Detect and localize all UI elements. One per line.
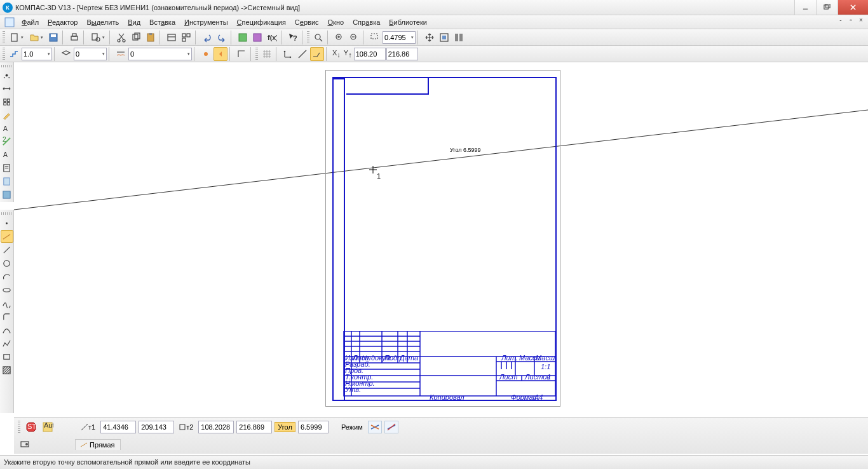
parametric-icon[interactable]: A	[1, 122, 13, 135]
point2-x-input[interactable]	[198, 421, 234, 433]
zoom-fit-button[interactable]	[437, 31, 451, 44]
arc-tool-icon[interactable]	[1, 270, 13, 283]
rect-tool-icon[interactable]	[1, 350, 13, 363]
help-cursor-button[interactable]: ?	[286, 31, 300, 44]
dimensions-icon[interactable]	[1, 83, 13, 95]
menu-view[interactable]: Вид	[124, 17, 144, 27]
preview-button[interactable]	[88, 31, 107, 44]
fx-button[interactable]: f(x)	[265, 31, 279, 44]
zoom-window-button[interactable]	[311, 31, 325, 44]
paste-button[interactable]	[144, 31, 158, 44]
report-icon[interactable]	[1, 175, 13, 187]
menu-file[interactable]: ФФайлайл	[18, 17, 43, 27]
menu-insert[interactable]: Вставка	[146, 17, 179, 27]
layer-icon-button[interactable]	[59, 47, 73, 61]
refresh-button[interactable]	[452, 31, 466, 44]
zoom-area-button[interactable]	[368, 31, 382, 44]
tab-line[interactable]: Прямая	[75, 439, 121, 450]
point1-y-input[interactable]	[139, 421, 174, 433]
measure-icon[interactable]: 2	[1, 135, 13, 148]
panel-toggle-icon[interactable]	[18, 437, 32, 451]
point2-y-input[interactable]	[236, 421, 272, 433]
mdi-restore-icon[interactable]: ▫	[846, 17, 855, 25]
print-button[interactable]	[67, 31, 81, 44]
views-icon[interactable]	[1, 188, 13, 201]
spline-tool-icon[interactable]	[1, 297, 13, 309]
segment-tool-icon[interactable]	[1, 243, 13, 256]
zoom-in-button[interactable]	[332, 31, 346, 44]
cut-button[interactable]	[114, 31, 128, 44]
hatch-tool-icon[interactable]	[1, 364, 13, 376]
pan-button[interactable]	[423, 31, 437, 44]
mode-put-icon[interactable]	[368, 421, 382, 433]
system-menu-icon[interactable]	[4, 17, 15, 28]
vtb-grip[interactable]	[1, 65, 13, 67]
layer-combo[interactable]: 0	[74, 48, 107, 60]
maximize-button[interactable]	[816, 0, 837, 15]
menu-help[interactable]: Справка	[349, 17, 384, 27]
toolbar-grip[interactable]	[307, 31, 309, 44]
new-button[interactable]	[7, 31, 26, 44]
mdi-min-icon[interactable]: -	[836, 17, 845, 25]
menu-select[interactable]: Выделить	[83, 17, 123, 27]
save-button[interactable]	[46, 31, 60, 44]
toolbar-grip[interactable]	[255, 48, 258, 60]
objects-button[interactable]	[179, 31, 193, 44]
prop-grip[interactable]	[18, 421, 20, 433]
step-button[interactable]	[7, 47, 21, 61]
minimize-button[interactable]	[794, 0, 816, 15]
ortho-button[interactable]	[234, 47, 248, 61]
drawing-canvas[interactable]: Угол 6.5999 1	[14, 62, 868, 417]
snap-active-button[interactable]	[214, 47, 227, 61]
coord-x-input[interactable]	[354, 48, 386, 60]
variables-button[interactable]	[250, 31, 264, 44]
select-icon[interactable]: A	[1, 149, 13, 161]
copy-button[interactable]	[129, 31, 143, 44]
mdi-close-icon[interactable]: ×	[857, 17, 865, 25]
title-block: ИзмЛист№ докум.Подп.Дата Разраб.Пров.Т.к…	[331, 331, 557, 401]
menu-window[interactable]: Окно	[324, 17, 348, 27]
mode-nocreate-icon[interactable]	[384, 421, 398, 433]
angle-input[interactable]	[298, 421, 329, 433]
axis-button[interactable]	[295, 47, 309, 61]
circle-tool-icon[interactable]	[1, 257, 13, 269]
notation-icon[interactable]	[1, 96, 13, 109]
menu-libs[interactable]: Библиотеки	[385, 17, 431, 27]
undo-button[interactable]	[200, 31, 214, 44]
style-combo[interactable]: 0	[128, 48, 192, 60]
scale-combo[interactable]: 1.0	[22, 48, 52, 60]
menu-editor[interactable]: Редактор	[44, 17, 81, 27]
menu-service[interactable]: Сервис	[291, 17, 323, 27]
angle-label[interactable]: Угол	[275, 422, 295, 432]
fillet-tool-icon[interactable]	[1, 310, 13, 323]
redo-button[interactable]	[215, 31, 229, 44]
toolbar-grip[interactable]	[3, 31, 5, 44]
grid-button[interactable]	[260, 47, 274, 61]
zoom-out-button[interactable]	[347, 31, 361, 44]
auto-create-icon[interactable]: Auto	[41, 420, 55, 434]
vtb-grip[interactable]	[1, 212, 13, 215]
menu-tools[interactable]: Инструменты	[180, 17, 232, 27]
close-button[interactable]	[837, 0, 868, 15]
toolbar-grip[interactable]	[3, 48, 5, 60]
ellipse-tool-icon[interactable]	[1, 283, 13, 296]
manager-button[interactable]	[236, 31, 250, 44]
snap-toggle-button[interactable]	[199, 47, 213, 61]
coord-y-input[interactable]	[386, 48, 418, 60]
polyline-tool-icon[interactable]	[1, 337, 13, 350]
properties-button[interactable]	[165, 31, 179, 44]
geometry-panel-icon[interactable]	[1, 69, 13, 82]
open-button[interactable]	[27, 31, 46, 44]
stop-icon[interactable]: STOP	[24, 420, 38, 434]
zoom-combo[interactable]: 0.4795	[383, 31, 416, 44]
point-tool-icon[interactable]	[1, 217, 13, 229]
aux-line-tool-icon[interactable]	[1, 230, 13, 243]
edit-icon[interactable]	[1, 109, 13, 121]
menu-spec[interactable]: Спецификация	[233, 17, 290, 27]
linestyle-button[interactable]	[114, 47, 128, 61]
spec-icon[interactable]	[1, 162, 13, 175]
ortho-mode-button[interactable]	[310, 47, 324, 61]
bezier-tool-icon[interactable]	[1, 323, 13, 336]
point1-x-input[interactable]	[100, 421, 136, 433]
local-cs-button[interactable]	[281, 47, 295, 61]
